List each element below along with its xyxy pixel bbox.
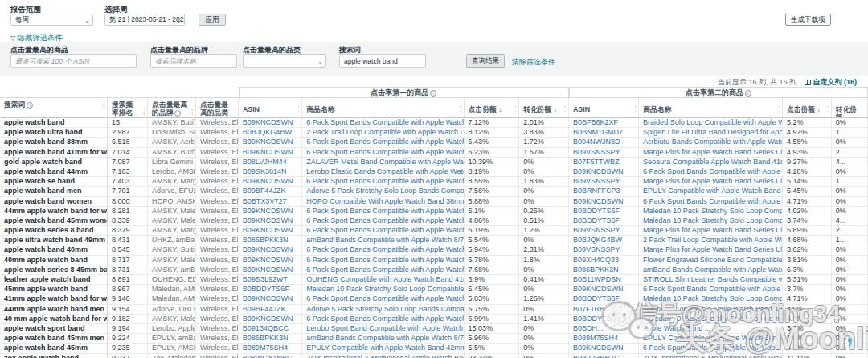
- asin-link-1[interactable]: B09KNCDSWN: [239, 118, 302, 128]
- sort-ascending-icon[interactable]: ↑: [120, 117, 124, 117]
- product-link-2[interactable]: Fullmosa Compatible Apple Watch Band 42m…: [639, 305, 783, 315]
- col-header-product-1[interactable]: 商品名称⋮: [302, 98, 464, 117]
- sort-descending-icon[interactable]: ↓: [498, 105, 502, 113]
- asin-link-2[interactable]: B09KNCDSWN: [569, 167, 639, 177]
- report-scope-select[interactable]: 每周 ⌄: [10, 14, 93, 26]
- product-link-1[interactable]: 6 Pack Sport Bands Compatible with Apple…: [302, 245, 464, 255]
- asin-link-2[interactable]: B0BDDYTS6F: [569, 315, 639, 324]
- asin-link-2[interactable]: B09KNCDSWN: [569, 197, 639, 207]
- asin-link-2[interactable]: B0BRNFFCP3: [569, 187, 639, 196]
- col-header-category[interactable]: 点击量最高的品类i⋮: [196, 98, 239, 117]
- column-menu-icon[interactable]: ⋮: [825, 105, 831, 113]
- col-header-rank[interactable]: 搜索频率排名i↑⋮: [108, 98, 148, 117]
- product-link-1[interactable]: Lerobo Elastic Bands Compatible with App…: [302, 167, 464, 177]
- product-link-2[interactable]: Marge Plus for Apple Watch Band Series U…: [639, 226, 783, 236]
- asin-link-1[interactable]: B0BTX3V727: [239, 197, 302, 207]
- product-link-1[interactable]: Adorve 5 Pack Stretchy Solo Loop Bands C…: [302, 305, 464, 315]
- apply-button[interactable]: 应用: [199, 14, 226, 26]
- asin-link-2[interactable]: B0BDDYTS6F: [569, 294, 639, 304]
- product-link-1[interactable]: ZALAVER Metal Band Compatible with Apple…: [302, 158, 464, 167]
- product-link-2[interactable]: Seoaura Compatible Apple Watch Band 41mm…: [639, 158, 783, 167]
- product-link-1[interactable]: 2 Pack Trail Loop Compatible with Apple …: [302, 128, 464, 138]
- product-link-2[interactable]: amBand Bands Compatible with Apple Watch…: [639, 265, 783, 275]
- asin-link-2[interactable]: B0BDDYTS6F: [569, 207, 639, 216]
- asin-link-1[interactable]: B09BF44JZK: [239, 187, 302, 196]
- product-link-2[interactable]: 6 Pack Sport Bands Compatible with Apple…: [639, 197, 783, 207]
- col-header-click-share-2[interactable]: 点击份额 ↓⋮: [783, 98, 832, 117]
- column-menu-icon[interactable]: ⋮: [562, 105, 568, 113]
- asin-link-1[interactable]: B08LVJHM44: [239, 158, 302, 167]
- asin-link-2[interactable]: B086BPKK3N: [569, 265, 639, 275]
- product-link-1[interactable]: HOPO Compatible With Apple Watch Band 38…: [302, 197, 464, 207]
- column-menu-icon[interactable]: ⋮: [512, 105, 518, 113]
- col-header-asin-1[interactable]: ASIN⋮: [239, 98, 302, 117]
- asin-link-1[interactable]: B09KNCDSWN: [239, 226, 302, 236]
- info-icon[interactable]: i: [745, 90, 751, 97]
- column-menu-icon[interactable]: ⋮: [100, 101, 107, 109]
- product-link-1[interactable]: 6 Pack Sport Bands Compatible with Apple…: [302, 207, 464, 216]
- info-icon[interactable]: i: [174, 110, 181, 117]
- asin-link-1[interactable]: B09KNCDSWN: [239, 315, 302, 324]
- col-header-product-2[interactable]: 商品名称⋮: [639, 98, 783, 117]
- column-menu-icon[interactable]: ⋮: [189, 109, 195, 117]
- col-header-search-term[interactable]: 搜索词i⋮: [0, 98, 108, 117]
- product-link-2[interactable]: Marge Plus for Apple Watch Band Series U…: [639, 148, 783, 158]
- product-link-1[interactable]: 6 Pack Sport Bands Compatible with Apple…: [302, 256, 464, 265]
- asin-link-1[interactable]: B09KNCDSWN: [239, 294, 302, 304]
- product-link-2[interactable]: Acrbiutu Bands Compatible with Apple Wat…: [639, 138, 783, 147]
- asin-link-1[interactable]: B09134QBCC: [239, 324, 302, 334]
- asin-link-1[interactable]: B086BPKK3N: [239, 334, 302, 344]
- product-link-1[interactable]: OUHENG Compatible with Apple Watch Band …: [302, 275, 464, 285]
- asin-link-1[interactable]: B08WGY1NBG: [239, 354, 302, 358]
- product-link-1[interactable]: 6 Pack Sport Bands Compatible with Apple…: [302, 216, 464, 226]
- product-link-2[interactable]: Maledan 10 Pack Stretchy Solo Loop Compa…: [639, 294, 783, 304]
- filter-searchterm-input[interactable]: [339, 54, 426, 68]
- product-link-2[interactable]: EPULY Compatible with Apple Watch Band 4…: [639, 187, 783, 196]
- asin-link-2[interactable]: B07F5TTWBZ: [569, 158, 639, 167]
- col-header-asin-2[interactable]: ASIN⋮: [569, 98, 639, 117]
- sort-descending-icon[interactable]: ↓: [554, 105, 558, 113]
- product-link-1[interactable]: EPULY Compatible with Apple Watch Band 4…: [302, 344, 464, 353]
- asin-link-2[interactable]: B09VSNSSPY: [569, 148, 639, 158]
- product-link-2[interactable]: Flower Engraved Silicone Band Compatible…: [639, 256, 783, 265]
- search-results-button[interactable]: 查询结果: [466, 54, 505, 68]
- info-icon[interactable]: i: [27, 102, 33, 109]
- product-link-2[interactable]: Maledan 10 Pack Stretchy Solo Loop Compa…: [639, 216, 783, 226]
- product-link-2[interactable]: Maledan 10 Pack Stretchy Solo Loop Compa…: [639, 207, 783, 216]
- sort-descending-icon[interactable]: ↓: [817, 105, 821, 113]
- product-link-1[interactable]: ZOX Inspirational & Motivational Apple W…: [302, 354, 464, 358]
- column-menu-icon[interactable]: ⋮: [457, 105, 464, 113]
- asin-link-1[interactable]: B09BF44JZK: [239, 305, 302, 315]
- asin-link-2[interactable]: B09KNCDSWN: [569, 344, 639, 353]
- asin-link-2[interactable]: B09XH4CQ33: [569, 256, 639, 265]
- product-link-2[interactable]: 6 Pack Sport Bands Compatible with Apple…: [639, 344, 783, 353]
- product-link-1[interactable]: amBand Bands Compatible with Apple Watch…: [302, 334, 464, 344]
- filter-product-input[interactable]: [10, 54, 137, 68]
- asin-link-1[interactable]: B09S3L92W7: [239, 275, 302, 285]
- column-menu-icon[interactable]: ⋮: [295, 105, 301, 113]
- asin-link-1[interactable]: B09SK3814N: [239, 167, 302, 177]
- asin-link-1[interactable]: B09KNCDSWN: [239, 216, 302, 226]
- asin-link-2[interactable]: B07F1R8...: [569, 305, 639, 315]
- asin-link-2[interactable]: B0B11WPDSN: [569, 275, 639, 285]
- product-link-1[interactable]: 6 Pack Sport Bands Compatible with Apple…: [302, 294, 464, 304]
- asin-link-2[interactable]: B0BNM1GMD7: [569, 128, 639, 138]
- asin-link-1[interactable]: B0BDDYTS6F: [239, 285, 302, 294]
- column-menu-icon[interactable]: ⋮: [632, 105, 638, 113]
- product-link-1[interactable]: Maledan 10 Pack Stretchy Solo Loop Compa…: [302, 285, 464, 294]
- week-select[interactable]: 第 21 | 2023-05-21 - 2023-05-... ⌄: [104, 14, 185, 26]
- clear-filters-link[interactable]: 清除筛选条件: [512, 57, 555, 68]
- asin-link-1[interactable]: B089M75SH4: [239, 344, 302, 353]
- product-link-1[interactable]: amBand Bands Compatible with Apple Watch…: [302, 236, 464, 245]
- asin-link-2[interactable]: B094NWJN8D: [569, 138, 639, 147]
- product-link-2[interactable]: EPULY Compatible with Apple Watch Band 4…: [639, 334, 783, 344]
- asin-link-1[interactable]: B09KNCDSWN: [239, 148, 302, 158]
- product-link-2[interactable]: Marge Plus for Apple Watch Band Series U…: [639, 245, 783, 255]
- customize-columns-link[interactable]: 自定义列 (16): [805, 78, 857, 86]
- product-link-2[interactable]: Braided Solo Loop Compatible with Apple …: [639, 118, 783, 128]
- asin-link-2[interactable]: B0BDH...: [569, 324, 639, 334]
- asin-link-2[interactable]: B09KNCDSWN: [569, 285, 639, 294]
- product-link-1[interactable]: 6 Pack Sport Bands Compatible with Apple…: [302, 315, 464, 324]
- asin-link-1[interactable]: B09KNCDSWN: [239, 245, 302, 255]
- product-link-1[interactable]: Lerobo Sport Band Compatible with Apple …: [302, 324, 464, 334]
